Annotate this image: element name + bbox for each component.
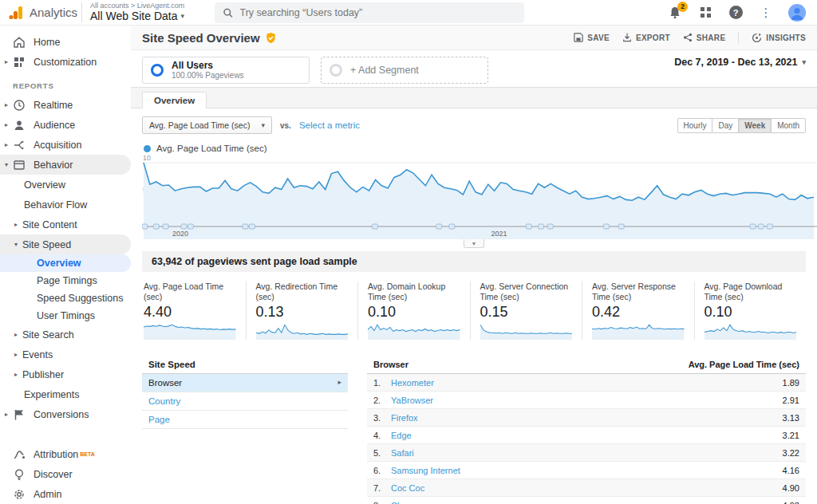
sidebar-item-realtime[interactable]: ▸Realtime (0, 95, 131, 115)
browser-link[interactable]: Samsung Internet (391, 466, 460, 475)
sidebar-item-label: Behavior Flow (24, 199, 87, 211)
date-range-picker[interactable]: Dec 7, 2019 - Dec 13, 2021 ▾ (674, 57, 806, 68)
sidebar-item-site-speed[interactable]: ▾Site Speed (0, 234, 131, 254)
account-switcher[interactable]: All accounts > LiveAgent.com All Web Sit… (81, 2, 184, 22)
chevron-collapsed-icon[interactable]: ▸ (14, 331, 22, 338)
sidebar-item-page-timings[interactable]: Page Timings (0, 272, 131, 289)
metric-card-sparkline (480, 322, 573, 340)
sidebar-item-overview[interactable]: Overview (0, 254, 131, 272)
segment-all-users[interactable]: All Users 100.00% Pageviews (142, 57, 310, 84)
sidebar-item-customization[interactable]: ▸Customization (0, 52, 131, 72)
metric-selector[interactable]: Avg. Page Load Time (sec) ▾ (142, 116, 272, 134)
help-button[interactable]: ? (728, 5, 744, 21)
insights-button[interactable]: INSIGHTS (752, 33, 806, 43)
table-row: 1.Hexometer1.89 (367, 374, 806, 392)
granularity-hourly[interactable]: Hourly (677, 118, 713, 133)
segments-row: All Users 100.00% Pageviews + Add Segmen… (131, 49, 817, 88)
dimension-row-country[interactable]: Country (142, 392, 348, 411)
avatar[interactable] (788, 4, 806, 22)
apps-grid-button[interactable] (697, 5, 713, 21)
timeseries-chart[interactable]: 51020202021 ▼ (142, 155, 806, 248)
segment-name: All Users (172, 61, 244, 72)
chevron-collapsed-icon[interactable]: ▸ (14, 371, 22, 378)
add-segment-label: + Add Segment (350, 65, 419, 76)
export-button[interactable]: EXPORT (622, 33, 670, 42)
sidebar-item-acquisition[interactable]: ▸Acquisition (0, 135, 131, 155)
sidebar-item-label: Experiments (24, 389, 79, 400)
dimension-label: Browser (148, 378, 182, 388)
chevron-collapsed-icon[interactable]: ▸ (5, 101, 13, 108)
browser-link[interactable]: Firefox (391, 413, 418, 423)
browser-link[interactable]: Safari (391, 448, 414, 458)
overflow-menu-button[interactable]: ⋮ (758, 5, 774, 21)
granularity-day[interactable]: Day (712, 118, 739, 133)
chevron-collapsed-icon[interactable]: ▸ (14, 221, 22, 228)
analytics-logo[interactable]: Analytics (0, 5, 80, 21)
dimension-row-browser[interactable]: Browser▸ (142, 374, 348, 392)
notifications-button[interactable]: 2 (667, 5, 683, 21)
sidebar-item-site-content[interactable]: ▸Site Content (0, 215, 131, 234)
sidebar-item-admin[interactable]: Admin (0, 484, 131, 504)
chevron-collapsed-icon[interactable]: ▸ (5, 411, 13, 418)
segment-ring-empty-icon (330, 64, 342, 77)
customization-icon (13, 56, 26, 69)
sidebar-item-behavior-flow[interactable]: Behavior Flow (0, 195, 131, 215)
browser-link[interactable]: Chrome (391, 501, 422, 504)
browser-link[interactable]: Edge (391, 431, 412, 440)
sidebar-item-user-timings[interactable]: User Timings (0, 307, 131, 325)
metric-card-1[interactable]: Avg. Redirection Time (sec)0.13 (246, 282, 358, 340)
metric-card-2[interactable]: Avg. Domain Lookup Time (sec)0.10 (357, 282, 470, 340)
row-rank: 8. (373, 501, 391, 504)
beta-badge: BETA (80, 451, 95, 457)
sidebar-item-audience[interactable]: ▸Audience (0, 115, 131, 135)
insights-icon (752, 33, 762, 43)
row-value: 4.16 (783, 466, 799, 475)
select-metric-link[interactable]: Select a metric (299, 120, 360, 130)
help-icon: ? (729, 6, 743, 19)
share-button[interactable]: SHARE (683, 33, 726, 42)
sidebar-item-home[interactable]: Home (0, 32, 131, 52)
sidebar-item-conversions[interactable]: ▸Conversions (0, 404, 131, 424)
sidebar-item-label: User Timings (37, 310, 95, 322)
chevron-collapsed-icon[interactable]: ▸ (14, 351, 22, 358)
chevron-expanded-icon[interactable]: ▾ (5, 161, 13, 168)
global-search[interactable] (215, 2, 524, 23)
sidebar-item-discover[interactable]: Discover (0, 464, 131, 484)
granularity-month[interactable]: Month (771, 118, 806, 133)
browser-link[interactable]: YaBrowser (391, 396, 433, 405)
metric-card-5[interactable]: Avg. Page Download Time (sec)0.10 (694, 282, 807, 340)
browser-link[interactable]: Hexometer (391, 378, 434, 388)
metric-card-sparkline (705, 322, 797, 340)
app-header: Analytics All accounts > LiveAgent.com A… (0, 0, 817, 26)
sidebar-item-behavior[interactable]: ▾Behavior (0, 155, 131, 175)
sidebar-item-site-search[interactable]: ▸Site Search (0, 325, 131, 345)
sidebar-item-events[interactable]: ▸Events (0, 345, 131, 364)
sidebar-item-experiments[interactable]: Experiments (0, 384, 131, 404)
metric-card-3[interactable]: Avg. Server Connection Time (sec)0.15 (470, 282, 582, 340)
browser-link[interactable]: Coc Coc (391, 483, 424, 493)
tab-overview[interactable]: Overview (142, 92, 207, 108)
sidebar-item-publisher[interactable]: ▸Publisher (0, 364, 131, 384)
chevron-collapsed-icon[interactable]: ▸ (5, 141, 13, 148)
sidebar-item-speed-suggestions[interactable]: Speed Suggestions (0, 289, 131, 307)
chevron-right-icon: ▸ (337, 378, 341, 388)
sidebar-item-attribution[interactable]: AttributionBETA (0, 444, 131, 464)
chevron-collapsed-icon[interactable]: ▸ (5, 121, 13, 128)
main-content: Site Speed Overview SAVE (131, 26, 817, 504)
sidebar-item-label: Audience (34, 120, 75, 131)
metric-card-0[interactable]: Avg. Page Load Time (sec)4.40 (142, 282, 246, 340)
metric-card-4[interactable]: Avg. Server Response Time (sec)0.42 (582, 282, 694, 340)
sidebar-item-overview[interactable]: Overview (0, 175, 131, 195)
chevron-expanded-icon[interactable]: ▾ (14, 241, 22, 248)
row-rank: 4. (373, 431, 391, 440)
add-segment-button[interactable]: + Add Segment (321, 57, 488, 84)
granularity-week[interactable]: Week (738, 118, 772, 133)
chart-collapse-button[interactable]: ▼ (464, 239, 484, 248)
search-input[interactable] (240, 7, 517, 18)
dimension-label: Country (148, 396, 180, 406)
dimension-row-page[interactable]: Page (142, 411, 348, 429)
verified-badge-icon (265, 32, 277, 44)
save-button[interactable]: SAVE (574, 33, 610, 42)
metric-card-value: 0.10 (368, 304, 460, 321)
chevron-collapsed-icon[interactable]: ▸ (5, 58, 13, 65)
